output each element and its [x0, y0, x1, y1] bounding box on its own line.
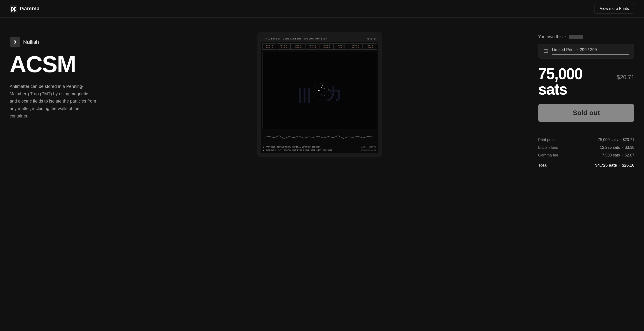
data-cell-8: -036.8-018.9 [363, 43, 377, 50]
gamma-logo-icon [10, 5, 17, 13]
data-cell-5: +028.8+038.8 [320, 43, 334, 50]
svg-point-33 [331, 94, 332, 94]
logo-area: Gamma [10, 5, 40, 13]
artwork-description: Antimatter can be stored in a Penning-Ma… [10, 83, 96, 120]
bitcoin-fees-usd: $3.38 [625, 145, 634, 150]
artwork-frame: Antimatter Containment System Monitor +0… [257, 32, 382, 157]
header: Gamma View more Prints [0, 0, 644, 18]
svg-point-28 [316, 91, 316, 92]
svg-point-14 [324, 95, 325, 96]
svg-point-4 [323, 88, 324, 88]
data-cell-7: -059.8+083.8 [348, 43, 362, 50]
print-price-sats: 75,000 sats [598, 138, 618, 142]
svg-point-3 [316, 89, 316, 89]
svg-point-20 [312, 89, 313, 89]
svg-point-41 [310, 88, 310, 88]
data-cell-6: +089.8-068.8 [334, 43, 348, 50]
svg-point-10 [318, 95, 318, 95]
print-icon [543, 48, 548, 54]
svg-point-6 [326, 91, 326, 92]
particle-svg: |||→力 [263, 52, 377, 129]
print-label: Limited Print [552, 48, 574, 52]
right-section: You own this • Limited Print • 299 / 299 [538, 32, 634, 168]
total-values: 94,725 sats • $26.16 [595, 163, 634, 168]
svg-point-23 [318, 90, 319, 91]
gamma-fee-sats: 7,500 sats [602, 153, 620, 157]
svg-point-34 [321, 82, 321, 82]
svg-point-29 [326, 93, 327, 93]
svg-point-42 [333, 91, 333, 91]
gamma-fee-usd: $2.07 [625, 153, 634, 157]
price-sats: 75,000 sats [538, 66, 614, 97]
artist-name: Nullish [23, 39, 39, 45]
svg-point-30 [312, 95, 312, 95]
svg-point-7 [317, 86, 317, 86]
bitcoin-fees-dot: • [622, 146, 623, 149]
total-label: Total [538, 163, 548, 168]
data-cell-3: +038.8+088.9 [291, 43, 305, 50]
artist-badge: 9 Nullish [10, 37, 101, 48]
bitcoin-fees-values: 12,225 sats • $3.38 [600, 145, 634, 150]
terminal-dot-1 [367, 38, 369, 40]
svg-point-25 [316, 92, 317, 93]
terminal-line-1: ▶ PARTICLE CONTAINMENT: NOMINAL (WITHIN … [264, 146, 376, 149]
terminal-footer: ▶ PARTICLE CONTAINMENT: NOMINAL (WITHIN … [261, 144, 378, 153]
print-price-dot: • [620, 138, 621, 142]
svg-point-35 [318, 99, 318, 99]
terminal-header: Antimatter Containment System Monitor [261, 36, 378, 42]
svg-point-13 [320, 84, 321, 84]
waveform-svg [264, 131, 375, 143]
svg-point-32 [308, 91, 308, 92]
svg-point-22 [321, 87, 322, 88]
view-more-prints-button[interactable]: View more Prints [594, 4, 634, 14]
fee-row-gamma-fee: Gamma fee 7,500 sats • $2.07 [538, 153, 634, 157]
print-price-label: Print price [538, 138, 556, 142]
total-row: Total 94,725 sats • $26.16 [538, 161, 634, 168]
svg-point-21 [324, 92, 324, 93]
gamma-fee-values: 7,500 sats • $2.07 [602, 153, 634, 157]
price-usd: $20.71 [617, 74, 634, 81]
total-separator: • [619, 164, 620, 167]
svg-point-19 [327, 86, 328, 86]
svg-point-17 [309, 93, 310, 93]
svg-point-24 [322, 90, 323, 90]
print-count: 299 / 299 [580, 48, 597, 52]
artwork-inner: Antimatter Containment System Monitor +0… [261, 36, 378, 153]
terminal-data-grid: +018.8+038.8 +018.8-028.8 +038.8+088.9 -… [261, 42, 378, 51]
print-badge: Limited Print • 299 / 299 [538, 44, 634, 59]
terminal-title: Antimatter Containment System Monitor [264, 37, 328, 40]
gamma-fee-label: Gamma fee [538, 153, 558, 157]
left-section: 9 Nullish ACSM Antimatter can be stored … [10, 32, 101, 120]
artist-icon: 9 [10, 37, 20, 48]
fee-row-print-price: Print price 75,000 sats • $20.71 [538, 138, 634, 142]
ownership-separator: • [565, 35, 566, 40]
fee-row-bitcoin-fees: Bitcoin fees 12,225 sats • $3.38 [538, 145, 634, 150]
terminal-dot-3 [374, 38, 376, 40]
terminal-dot-2 [370, 38, 372, 40]
svg-point-12 [310, 90, 311, 90]
terminal-dots [367, 38, 376, 40]
ownership-text: You own this [538, 35, 562, 40]
svg-point-5 [313, 92, 314, 92]
artwork-section: Antimatter Containment System Monitor +0… [116, 32, 524, 157]
sold-out-button: Sold out [538, 104, 634, 122]
main-content: 9 Nullish ACSM Antimatter can be stored … [0, 18, 644, 177]
svg-point-2 [319, 90, 320, 91]
print-progress-fill [552, 54, 629, 55]
svg-point-44 [321, 99, 322, 100]
svg-point-40 [313, 96, 314, 97]
svg-point-43 [306, 92, 306, 92]
svg-point-8 [322, 85, 322, 86]
total-usd: $26.16 [622, 163, 634, 168]
data-cell-4: -039.8-028.8 [306, 43, 320, 50]
svg-point-18 [318, 97, 319, 98]
ownership-tag [569, 35, 584, 39]
print-price-values: 75,000 sats • $20.71 [598, 138, 634, 142]
terminal-display: Antimatter Containment System Monitor +0… [261, 36, 378, 153]
gamma-fee-dot: • [622, 154, 623, 157]
print-price-usd: $20.71 [622, 138, 634, 142]
bitcoin-fees-sats: 12,225 sats [600, 145, 620, 150]
logo-text: Gamma [20, 6, 40, 12]
data-cell-1: +018.8+038.8 [262, 43, 276, 50]
svg-point-38 [326, 84, 326, 84]
